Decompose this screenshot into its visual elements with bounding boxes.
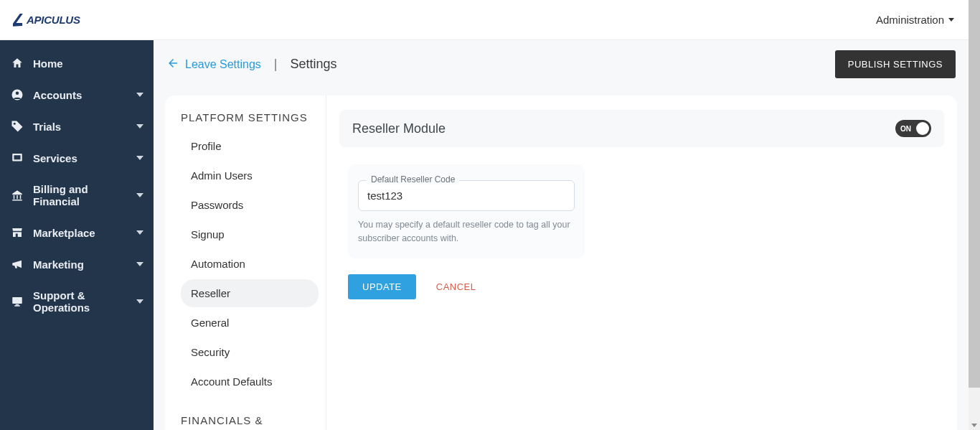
- sidebar: Home Accounts Trials Services: [0, 40, 154, 430]
- administration-label: Administration: [876, 14, 944, 26]
- cancel-button[interactable]: CANCEL: [436, 281, 476, 292]
- default-reseller-help: You may specify a default reseller code …: [358, 218, 575, 246]
- sidebar-item-label: Marketplace: [33, 227, 128, 239]
- subnav-heading-platform: PLATFORM SETTINGS: [181, 111, 319, 123]
- svg-rect-10: [14, 305, 20, 307]
- default-reseller-input[interactable]: [358, 180, 575, 211]
- page-title: Settings: [291, 57, 337, 72]
- settings-panel: Reseller Module ON Default Reseller Code…: [326, 95, 957, 430]
- leave-settings-label: Leave Settings: [185, 58, 261, 71]
- panel-title: Reseller Module: [352, 121, 446, 136]
- svg-rect-9: [16, 304, 19, 306]
- content-header: Leave Settings | Settings PUBLISH SETTIN…: [154, 40, 969, 95]
- store-icon: [10, 226, 24, 239]
- sidebar-item-label: Marketing: [33, 258, 128, 271]
- publish-settings-button[interactable]: PUBLISH SETTINGS: [835, 50, 956, 78]
- topbar: APICULUS Administration: [0, 0, 969, 40]
- sidebar-item-label: Home: [33, 57, 143, 70]
- megaphone-icon: [10, 258, 24, 271]
- update-button[interactable]: UPDATE: [348, 274, 416, 299]
- content-area: Leave Settings | Settings PUBLISH SETTIN…: [154, 40, 969, 430]
- panel-actions: UPDATE CANCEL: [348, 274, 944, 299]
- sidebar-item-label: Accounts: [33, 89, 128, 101]
- scroll-down-icon: [971, 424, 977, 427]
- sidebar-item-support[interactable]: Support & Operations: [0, 280, 154, 323]
- sidebar-item-trials[interactable]: Trials: [0, 111, 154, 142]
- bank-icon: [10, 189, 24, 202]
- tag-icon: [10, 120, 24, 133]
- arrow-left-icon: [166, 57, 179, 73]
- settings-subnav: PLATFORM SETTINGS Profile Admin Users Pa…: [165, 95, 326, 430]
- panel-header: Reseller Module ON: [339, 110, 944, 147]
- chevron-down-icon: [136, 193, 143, 197]
- brand-logo-svg: APICULUS: [13, 10, 128, 30]
- sidebar-item-label: Trials: [33, 121, 128, 133]
- subnav-item-general[interactable]: General: [181, 309, 319, 337]
- subnav-item-reseller[interactable]: Reseller: [181, 279, 319, 307]
- chevron-down-icon: [136, 93, 143, 97]
- user-circle-icon: [10, 88, 24, 101]
- chevron-down-icon: [136, 124, 143, 128]
- main: Home Accounts Trials Services: [0, 40, 969, 430]
- subnav-item-signup[interactable]: Signup: [181, 220, 319, 248]
- default-reseller-label: Default Reseller Code: [367, 174, 459, 184]
- subnav-item-automation[interactable]: Automation: [181, 250, 319, 278]
- sidebar-item-accounts[interactable]: Accounts: [0, 79, 154, 111]
- sidebar-item-label: Support & Operations: [33, 289, 128, 314]
- breadcrumb-divider: |: [271, 57, 281, 72]
- toggle-knob: [916, 122, 929, 135]
- svg-point-4: [14, 123, 16, 125]
- module-toggle[interactable]: ON: [895, 120, 931, 137]
- default-reseller-field-wrap: Default Reseller Code: [358, 180, 575, 211]
- svg-rect-6: [14, 155, 21, 159]
- subnav-heading-financials: FINANCIALS &: [181, 414, 319, 426]
- caret-down-icon: [948, 18, 954, 22]
- sidebar-item-label: Billing and Financial: [33, 183, 128, 207]
- subnav-item-admin-users[interactable]: Admin Users: [181, 162, 319, 190]
- vertical-scrollbar[interactable]: [969, 0, 980, 430]
- monitor-icon: [10, 295, 24, 308]
- sidebar-item-billing[interactable]: Billing and Financial: [0, 174, 154, 217]
- svg-text:APICULUS: APICULUS: [26, 14, 80, 26]
- svg-rect-7: [16, 234, 18, 238]
- settings-card: PLATFORM SETTINGS Profile Admin Users Pa…: [165, 95, 957, 430]
- default-reseller-card: Default Reseller Code You may specify a …: [348, 164, 585, 258]
- subnav-list-platform: Profile Admin Users Passwords Signup Aut…: [181, 132, 319, 396]
- sidebar-item-services[interactable]: Services: [0, 142, 154, 174]
- sidebar-item-label: Services: [33, 152, 128, 164]
- toggle-on-label: ON: [900, 125, 911, 133]
- brand-logo: APICULUS: [13, 10, 128, 30]
- svg-rect-8: [12, 297, 22, 304]
- scrollbar-thumb[interactable]: [969, 0, 980, 388]
- chevron-down-icon: [136, 156, 143, 160]
- subnav-item-profile[interactable]: Profile: [181, 132, 319, 160]
- sidebar-item-home[interactable]: Home: [0, 47, 154, 79]
- svg-point-3: [16, 92, 19, 95]
- sidebar-item-marketplace[interactable]: Marketplace: [0, 217, 154, 248]
- administration-dropdown[interactable]: Administration: [876, 14, 954, 26]
- subnav-item-passwords[interactable]: Passwords: [181, 191, 319, 219]
- home-icon: [10, 57, 24, 70]
- chevron-down-icon: [136, 262, 143, 266]
- sidebar-item-marketing[interactable]: Marketing: [0, 248, 154, 280]
- chevron-down-icon: [136, 230, 143, 235]
- subnav-item-security[interactable]: Security: [181, 338, 319, 366]
- leave-settings-link[interactable]: Leave Settings: [166, 57, 261, 73]
- subnav-item-account-defaults[interactable]: Account Defaults: [181, 368, 319, 396]
- svg-marker-0: [13, 14, 25, 27]
- chevron-down-icon: [136, 299, 143, 304]
- layers-icon: [10, 151, 24, 164]
